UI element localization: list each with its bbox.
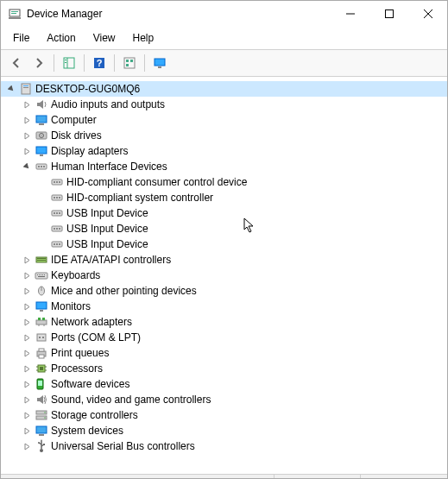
device-node[interactable]: USB Input Device: [1, 236, 447, 252]
category-node[interactable]: Ports (COM & LPT): [1, 330, 447, 345]
maximize-button[interactable]: [369, 1, 408, 27]
menu-file[interactable]: File: [4, 28, 38, 47]
svg-rect-41: [59, 197, 60, 199]
category-node[interactable]: Keyboards: [1, 268, 447, 283]
tree-root-node[interactable]: DESKTOP-GUG0MQ6: [1, 81, 447, 97]
svg-rect-1: [11, 11, 18, 12]
node-label: Disk drives: [51, 129, 102, 142]
svg-rect-39: [54, 197, 55, 199]
svg-rect-35: [54, 181, 55, 183]
node-label: Computer: [51, 114, 97, 126]
node-label: Mice and other pointing devices: [51, 285, 197, 297]
svg-rect-48: [56, 228, 58, 230]
expand-icon[interactable]: [20, 377, 34, 391]
back-button[interactable]: [6, 53, 27, 73]
svg-rect-68: [36, 320, 47, 325]
expand-icon[interactable]: [20, 362, 34, 375]
svg-rect-15: [126, 60, 129, 62]
category-node[interactable]: Monitors: [1, 299, 447, 314]
expand-icon[interactable]: [20, 144, 34, 158]
expand-icon[interactable]: [20, 253, 34, 267]
svg-rect-63: [38, 276, 45, 277]
window-title: Device Manager: [27, 8, 331, 20]
toolbar-separator: [144, 54, 145, 72]
expand-icon[interactable]: [20, 113, 34, 127]
device-tree[interactable]: DESKTOP-GUG0MQ6Audio inputs and outputsC…: [1, 77, 447, 474]
device-node[interactable]: USB Input Device: [1, 205, 447, 221]
device-node[interactable]: HID-compliant consumer control device: [1, 174, 447, 190]
storage-icon: [35, 408, 48, 422]
minimize-button[interactable]: [331, 1, 369, 27]
svg-rect-60: [41, 274, 41, 275]
collapse-icon[interactable]: [4, 82, 18, 96]
close-button[interactable]: [408, 1, 447, 27]
category-node[interactable]: Storage controllers: [1, 407, 447, 423]
category-node[interactable]: Human Interface Devices: [1, 159, 447, 174]
svg-rect-5: [385, 10, 393, 18]
monitor-button[interactable]: [149, 53, 170, 73]
category-node[interactable]: Audio inputs and outputs: [1, 97, 447, 112]
category-node[interactable]: Computer: [1, 112, 447, 128]
category-node[interactable]: Processors: [1, 361, 447, 376]
category-node[interactable]: Disk drives: [1, 128, 447, 143]
status-cell: [1, 475, 274, 479]
expand-icon[interactable]: [20, 315, 34, 329]
node-label: Display adapters: [51, 145, 128, 157]
category-node[interactable]: System devices: [1, 423, 447, 438]
category-node[interactable]: Mice and other pointing devices: [1, 283, 447, 299]
forward-button[interactable]: [28, 53, 49, 73]
help-button[interactable]: ?: [89, 53, 110, 73]
menu-help[interactable]: Help: [124, 28, 163, 47]
expand-icon[interactable]: [20, 129, 34, 142]
node-label: HID-compliant consumer control device: [66, 176, 247, 188]
svg-rect-58: [37, 274, 38, 275]
svg-rect-73: [37, 334, 46, 341]
category-node[interactable]: IDE ATA/ATAPI controllers: [1, 252, 447, 268]
menu-action[interactable]: Action: [38, 28, 84, 47]
expand-icon[interactable]: [20, 439, 34, 453]
menu-view[interactable]: View: [85, 28, 124, 47]
svg-rect-20: [22, 84, 30, 94]
expand-icon[interactable]: [20, 284, 34, 298]
expand-icon[interactable]: [20, 346, 34, 360]
svg-point-75: [42, 337, 44, 338]
svg-rect-49: [59, 228, 60, 230]
node-label: Monitors: [51, 300, 91, 312]
node-label: USB Input Device: [66, 207, 148, 219]
expand-icon[interactable]: [20, 299, 34, 313]
svg-rect-44: [56, 212, 58, 214]
expand-icon[interactable]: [20, 331, 34, 344]
svg-text:?: ?: [97, 58, 103, 68]
device-node[interactable]: HID-compliant system controller: [1, 190, 447, 205]
category-node[interactable]: Network adapters: [1, 314, 447, 330]
app-icon: [8, 7, 22, 21]
show-hide-tree-button[interactable]: [59, 53, 79, 73]
hid-icon: [50, 175, 64, 189]
svg-rect-59: [39, 274, 40, 275]
svg-rect-98: [43, 444, 45, 445]
category-node[interactable]: Display adapters: [1, 143, 447, 159]
sound-icon: [35, 393, 48, 407]
expand-icon[interactable]: [20, 408, 34, 422]
category-node[interactable]: Software devices: [1, 376, 447, 392]
svg-rect-80: [40, 367, 43, 370]
category-node[interactable]: Print queues: [1, 345, 447, 361]
category-node[interactable]: Sound, video and game controllers: [1, 392, 447, 407]
svg-rect-69: [38, 318, 41, 320]
expand-icon[interactable]: [20, 98, 34, 111]
mouse-icon: [35, 284, 48, 298]
svg-rect-28: [36, 147, 47, 154]
expand-icon[interactable]: [20, 268, 34, 282]
computer-icon: [35, 113, 48, 127]
category-node[interactable]: Universal Serial Bus controllers: [1, 438, 447, 454]
svg-rect-91: [36, 426, 47, 433]
collapse-icon[interactable]: [20, 160, 34, 173]
ide-icon: [35, 253, 48, 267]
svg-rect-2: [11, 13, 16, 14]
expand-icon[interactable]: [20, 424, 34, 438]
device-node[interactable]: USB Input Device: [1, 221, 447, 236]
scan-hardware-button[interactable]: [119, 53, 140, 73]
expand-icon[interactable]: [20, 393, 34, 407]
svg-rect-51: [54, 243, 55, 245]
display-icon: [35, 144, 48, 158]
